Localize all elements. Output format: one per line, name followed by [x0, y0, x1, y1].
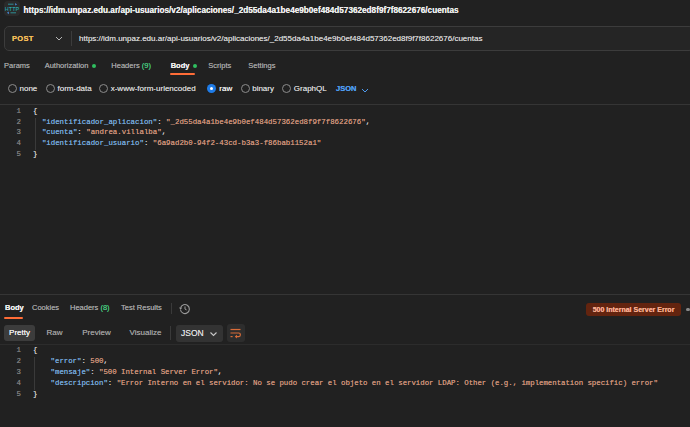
- svg-text:HTTP: HTTP: [5, 5, 20, 11]
